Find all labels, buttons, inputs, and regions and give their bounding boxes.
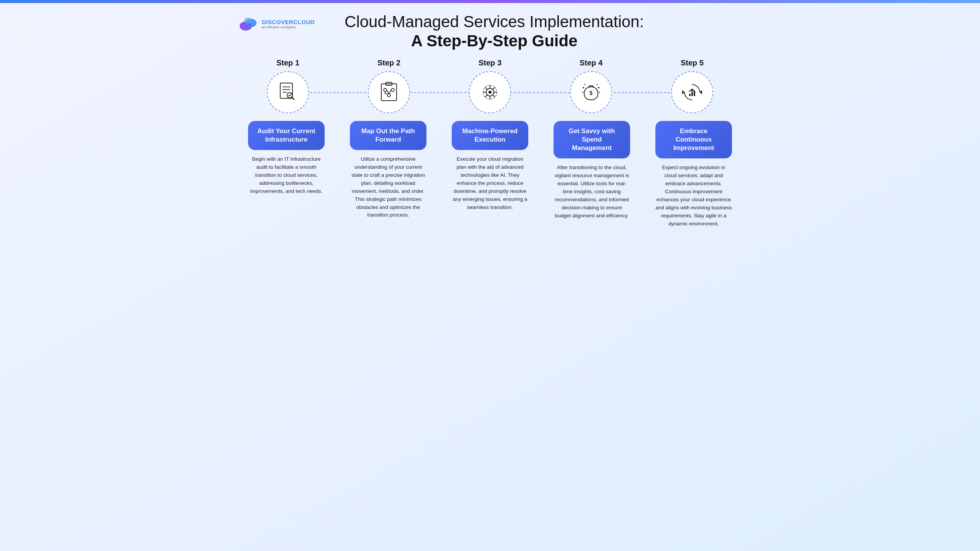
header-area: DISCOVERCLOUD an eficens company Cloud-M…	[237, 12, 743, 51]
step-desc-4: After transitioning to the cloud, vigila…	[554, 164, 630, 220]
step-label-1: Step 1	[250, 59, 326, 67]
steps-cards-row: Audit Your Current Infrastructure Begin …	[237, 121, 743, 228]
svg-rect-3	[280, 83, 292, 98]
step-pill-1: Audit Your Current Infrastructure	[248, 121, 325, 150]
svg-line-22	[485, 87, 487, 89]
svg-point-11	[384, 88, 387, 91]
svg-rect-37	[689, 94, 691, 96]
logo-sub-text: an eficens company	[262, 25, 315, 29]
svg-point-13	[387, 94, 390, 97]
step-label-5: Step 5	[654, 59, 730, 67]
svg-line-24	[493, 87, 495, 89]
step-pill-2: Map Out the Path Forward	[350, 121, 426, 150]
step-card-3: Machine-Powered Execution Execute your c…	[452, 121, 528, 228]
svg-marker-35	[682, 90, 684, 95]
step-card-4: Get Savvy with Spend Management After tr…	[554, 121, 630, 228]
logo-main-text: DISCOVERCLOUD	[262, 19, 315, 25]
step-card-2: Map Out the Path Forward Utilize a compr…	[350, 121, 426, 228]
svg-line-25	[485, 95, 487, 97]
svg-point-29	[598, 87, 599, 88]
machine-icon	[475, 77, 505, 108]
svg-point-30	[582, 91, 583, 93]
main-title: Cloud-Managed Services Implementation: A…	[315, 12, 743, 51]
step-icon-3	[469, 71, 511, 113]
svg-point-31	[599, 91, 600, 93]
step-desc-1: Begin with an IT infrastructure audit to…	[248, 155, 325, 196]
audit-icon	[273, 77, 303, 108]
svg-rect-9	[381, 84, 397, 101]
step-icon-1	[267, 71, 309, 113]
step-desc-3: Execute your cloud migration plan with t…	[452, 155, 528, 211]
improve-icon	[677, 77, 707, 108]
svg-point-33	[597, 84, 598, 85]
step-label-2: Step 2	[351, 59, 427, 67]
svg-marker-34	[700, 90, 702, 95]
step-pill-5: Embrace Continuous Improvement	[655, 121, 732, 158]
svg-point-32	[585, 84, 586, 85]
step-card-1: Audit Your Current Infrastructure Begin …	[248, 121, 325, 228]
step-pill-3: Machine-Powered Execution	[452, 121, 528, 150]
logo-icon	[237, 15, 259, 32]
svg-point-12	[391, 88, 394, 91]
svg-point-17	[488, 91, 492, 94]
svg-point-28	[583, 87, 584, 88]
top-bar	[0, 0, 980, 3]
step-desc-2: Utilize a comprehensive understanding of…	[350, 155, 426, 219]
svg-line-23	[493, 95, 495, 97]
steps-section: Step 1 Step 2 Step 3 Step 4 Step 5	[237, 59, 743, 228]
spend-icon: $	[576, 77, 606, 108]
step-icon-5	[671, 71, 713, 113]
step-label-4: Step 4	[553, 59, 629, 67]
logo-area: DISCOVERCLOUD an eficens company	[237, 15, 315, 32]
title-line1: Cloud-Managed Services Implementation:	[345, 13, 644, 31]
steps-icons-row: $	[237, 71, 743, 113]
step-desc-5: Expect ongoing evolution in cloud servic…	[655, 164, 732, 228]
step-pill-4: Get Savvy with Spend Management	[554, 121, 630, 158]
map-icon	[374, 77, 404, 108]
svg-point-2	[244, 18, 252, 24]
step-icon-2	[368, 71, 410, 113]
svg-text:$: $	[590, 90, 593, 96]
title-line2: A Step-By-Step Guide	[315, 31, 674, 51]
svg-rect-39	[694, 91, 695, 96]
logo-text-group: DISCOVERCLOUD an eficens company	[262, 19, 315, 29]
page-wrapper: DISCOVERCLOUD an eficens company Cloud-M…	[222, 3, 758, 246]
step-icon-4: $	[570, 71, 612, 113]
svg-rect-38	[691, 92, 693, 96]
step-label-3: Step 3	[452, 59, 528, 67]
step-card-5: Embrace Continuous Improvement Expect on…	[655, 121, 732, 228]
steps-labels: Step 1 Step 2 Step 3 Step 4 Step 5	[237, 59, 743, 67]
